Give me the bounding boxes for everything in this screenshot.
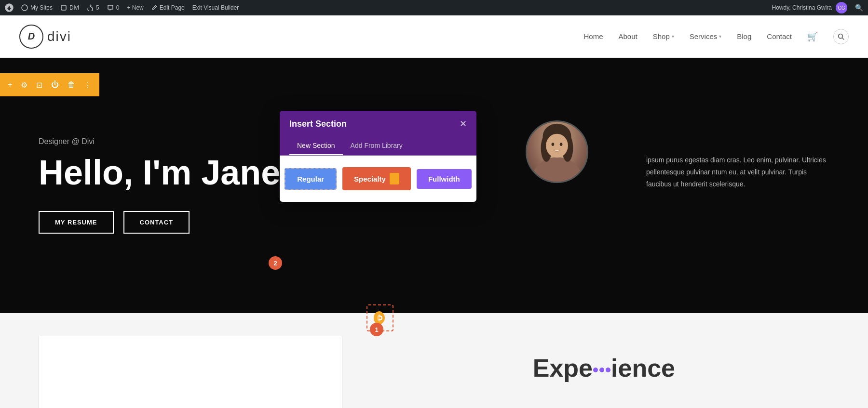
- site-logo[interactable]: D divi: [19, 25, 71, 49]
- updates-count: 5: [96, 4, 99, 11]
- tab-new-section[interactable]: New Section: [289, 137, 343, 155]
- wordpress-icon[interactable]: [5, 3, 14, 12]
- specialty-icon: [390, 173, 399, 184]
- howdy-text: Howdy, Christina Gwira: [772, 4, 832, 11]
- site-nav: Home About Shop ▾ Services ▾ Blog Contac…: [583, 29, 849, 44]
- modal-tabs: New Section Add From Library: [280, 137, 476, 156]
- exit-builder-label: Exit Visual Builder: [192, 4, 239, 11]
- hero-content: Designer @ Divi Hello, I'm Jane MY RESUM…: [39, 137, 280, 234]
- search-icon: [838, 33, 844, 40]
- svg-point-13: [560, 143, 563, 146]
- divi-label: Divi: [69, 4, 79, 11]
- services-chevron-icon: ▾: [719, 34, 721, 39]
- new-label: + New: [127, 4, 143, 11]
- edit-page-link[interactable]: Edit Page: [151, 4, 185, 11]
- regular-section-button[interactable]: Regular: [285, 168, 337, 190]
- comments-link[interactable]: 0: [107, 4, 120, 11]
- specialty-section-button[interactable]: Specialty: [342, 167, 411, 190]
- experience-title-area: Expe ience: [533, 354, 675, 382]
- svg-point-1: [22, 5, 27, 11]
- tab-add-from-library[interactable]: Add From Library: [343, 137, 410, 155]
- layout-icon[interactable]: ⊡: [34, 79, 44, 92]
- my-sites-link[interactable]: My Sites: [21, 4, 53, 11]
- power-icon[interactable]: ⏻: [49, 79, 61, 91]
- cart-icon[interactable]: 🛒: [807, 31, 818, 42]
- add-section-icon[interactable]: +: [6, 79, 14, 91]
- nav-services[interactable]: Services ▾: [690, 32, 722, 40]
- modal-body: Regular Specialty Fullwidth: [280, 156, 476, 202]
- modal-title: Insert Section: [289, 119, 347, 129]
- updates-link[interactable]: 5: [87, 4, 99, 11]
- trash-icon[interactable]: 🗑: [66, 79, 77, 91]
- admin-user-info: Howdy, Christina Gwira CG 🔍: [772, 2, 863, 13]
- second-section: Expe ience: [0, 313, 868, 408]
- logo-text: divi: [47, 29, 71, 44]
- new-content-link[interactable]: + New: [127, 4, 143, 11]
- exit-builder-link[interactable]: Exit Visual Builder: [192, 4, 239, 11]
- user-avatar[interactable]: CG: [836, 2, 847, 13]
- edit-page-label: Edit Page: [160, 4, 185, 11]
- site-header: D divi Home About Shop ▾ Services ▾ Blog…: [0, 15, 868, 58]
- hero-buttons: MY RESUME CONTACT: [39, 211, 280, 234]
- admin-search-icon[interactable]: 🔍: [855, 4, 863, 12]
- fullwidth-section-button[interactable]: Fullwidth: [417, 169, 472, 189]
- hero-title: Hello, I'm Jane: [39, 154, 280, 192]
- shop-chevron-icon: ▾: [672, 34, 674, 39]
- comments-count: 0: [116, 4, 120, 11]
- admin-bar: My Sites Divi 5 0 + New Edit Page Exit V…: [0, 0, 868, 15]
- builder-toolbar: + ⚙ ⊡ ⏻ 🗑 ⋮: [0, 73, 99, 96]
- svg-point-11: [546, 134, 568, 158]
- insert-section-modal[interactable]: Insert Section ✕ New Section Add From Li…: [280, 111, 476, 202]
- svg-point-6: [532, 157, 583, 182]
- hero-avatar: [526, 120, 588, 183]
- modal-header: Insert Section ✕: [280, 111, 476, 137]
- nav-contact[interactable]: Contact: [767, 32, 792, 40]
- hero-text-right: ipsum purus egestas diam cras. Leo enim,…: [646, 154, 829, 191]
- more-options-icon[interactable]: ⋮: [82, 79, 94, 92]
- my-sites-label: My Sites: [30, 4, 53, 11]
- settings-icon[interactable]: ⚙: [19, 79, 29, 92]
- search-button[interactable]: [833, 29, 849, 44]
- avatar-image: [527, 122, 587, 182]
- svg-rect-2: [61, 5, 66, 10]
- divi-link[interactable]: Divi: [60, 4, 79, 11]
- logo-circle: D: [19, 25, 43, 49]
- nav-about[interactable]: About: [618, 32, 637, 40]
- modal-close-button[interactable]: ✕: [460, 118, 467, 129]
- nav-blog[interactable]: Blog: [737, 32, 751, 40]
- nav-home[interactable]: Home: [583, 32, 603, 40]
- resume-button[interactable]: MY RESUME: [39, 211, 114, 234]
- hero-subtitle: Designer @ Divi: [39, 137, 280, 146]
- experience-heading: Expe ience: [533, 354, 675, 382]
- svg-point-12: [552, 143, 555, 146]
- section-left-block: [39, 336, 342, 408]
- avatar-svg: [527, 122, 587, 182]
- nav-shop[interactable]: Shop ▾: [653, 32, 674, 40]
- contact-button[interactable]: CONTACT: [123, 211, 190, 234]
- svg-line-4: [842, 38, 844, 39]
